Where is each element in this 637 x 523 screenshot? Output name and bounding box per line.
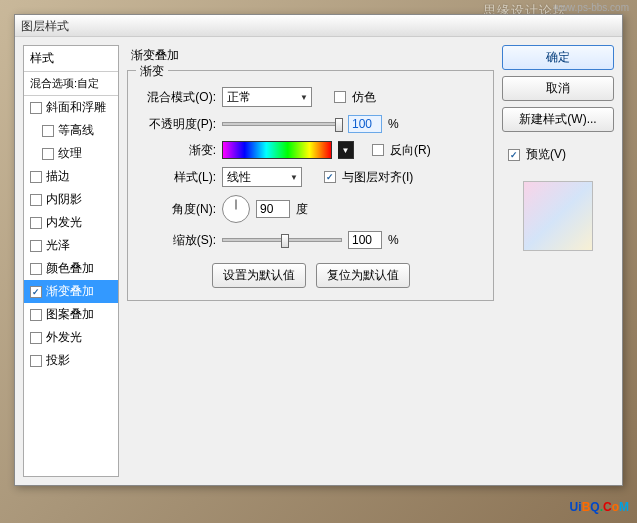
opacity-input[interactable] [348,115,382,133]
checkbox-texture[interactable] [42,148,54,160]
style-satin[interactable]: 光泽 [24,234,118,257]
checkbox-contour[interactable] [42,125,54,137]
reset-default-button[interactable]: 复位为默认值 [316,263,410,288]
scale-input[interactable] [348,231,382,249]
options-panel: 渐变叠加 渐变 混合模式(O): 正常 仿色 不透明度(P): % [127,45,494,477]
style-inner-shadow[interactable]: 内阴影 [24,188,118,211]
checkbox-pattern-overlay[interactable] [30,309,42,321]
blend-mode-label: 混合模式(O): [138,89,216,106]
scale-slider[interactable] [222,238,342,242]
checkbox-gradient-overlay[interactable] [30,286,42,298]
dialog-titlebar[interactable]: 图层样式 [15,15,622,37]
checkbox-bevel[interactable] [30,102,42,114]
reverse-checkbox[interactable] [372,144,384,156]
align-label: 与图层对齐(I) [342,169,413,186]
effects-list: 斜面和浮雕 等高线 纹理 描边 内阴影 内发光 光泽 颜色叠加 渐变叠加 图案叠… [24,96,118,372]
make-default-button[interactable]: 设置为默认值 [212,263,306,288]
align-checkbox[interactable] [324,171,336,183]
dither-label: 仿色 [352,89,376,106]
angle-unit: 度 [296,201,308,218]
percent-label: % [388,117,399,131]
checkbox-stroke[interactable] [30,171,42,183]
preview-thumbnail [523,181,593,251]
style-outer-glow[interactable]: 外发光 [24,326,118,349]
gradient-preview[interactable] [222,141,332,159]
style-texture[interactable]: 纹理 [24,142,118,165]
ok-button[interactable]: 确定 [502,45,614,70]
style-inner-glow[interactable]: 内发光 [24,211,118,234]
style-stroke[interactable]: 描边 [24,165,118,188]
style-drop-shadow[interactable]: 投影 [24,349,118,372]
style-select[interactable]: 线性 [222,167,302,187]
layer-style-dialog: 图层样式 样式 混合选项:自定 斜面和浮雕 等高线 纹理 描边 内阴影 内发光 … [14,14,623,486]
blend-mode-select[interactable]: 正常 [222,87,312,107]
cancel-button[interactable]: 取消 [502,76,614,101]
styles-panel: 样式 混合选项:自定 斜面和浮雕 等高线 纹理 描边 内阴影 内发光 光泽 颜色… [23,45,119,477]
preview-checkbox[interactable] [508,149,520,161]
dither-checkbox[interactable] [334,91,346,103]
checkbox-drop-shadow[interactable] [30,355,42,367]
preview-label: 预览(V) [526,146,566,163]
opacity-slider[interactable] [222,122,342,126]
fieldset-legend: 渐变 [136,63,168,80]
style-bevel-emboss[interactable]: 斜面和浮雕 [24,96,118,119]
checkbox-satin[interactable] [30,240,42,252]
new-style-button[interactable]: 新建样式(W)... [502,107,614,132]
gradient-fieldset: 渐变 混合模式(O): 正常 仿色 不透明度(P): % 渐变: ▼ [127,70,494,301]
dialog-buttons: 确定 取消 新建样式(W)... 预览(V) [502,45,614,477]
style-contour[interactable]: 等高线 [24,119,118,142]
scale-thumb[interactable] [281,234,289,248]
brand-watermark: UiBQ.CoM [570,491,629,517]
style-gradient-overlay[interactable]: 渐变叠加 [24,280,118,303]
scale-label: 缩放(S): [138,232,216,249]
checkbox-outer-glow[interactable] [30,332,42,344]
checkbox-color-overlay[interactable] [30,263,42,275]
checkbox-inner-shadow[interactable] [30,194,42,206]
angle-dial[interactable] [222,195,250,223]
panel-title: 渐变叠加 [127,45,494,66]
reverse-label: 反向(R) [390,142,431,159]
styles-header[interactable]: 样式 [24,46,118,72]
angle-label: 角度(N): [138,201,216,218]
checkbox-inner-glow[interactable] [30,217,42,229]
percent-label-2: % [388,233,399,247]
gradient-dropdown[interactable]: ▼ [338,141,354,159]
style-pattern-overlay[interactable]: 图案叠加 [24,303,118,326]
opacity-thumb[interactable] [335,118,343,132]
dialog-body: 样式 混合选项:自定 斜面和浮雕 等高线 纹理 描边 内阴影 内发光 光泽 颜色… [15,37,622,485]
style-label: 样式(L): [138,169,216,186]
gradient-label: 渐变: [138,142,216,159]
watermark-url: www.ps-bbs.com [553,2,629,13]
angle-input[interactable] [256,200,290,218]
opacity-label: 不透明度(P): [138,116,216,133]
style-color-overlay[interactable]: 颜色叠加 [24,257,118,280]
blending-options[interactable]: 混合选项:自定 [24,72,118,96]
